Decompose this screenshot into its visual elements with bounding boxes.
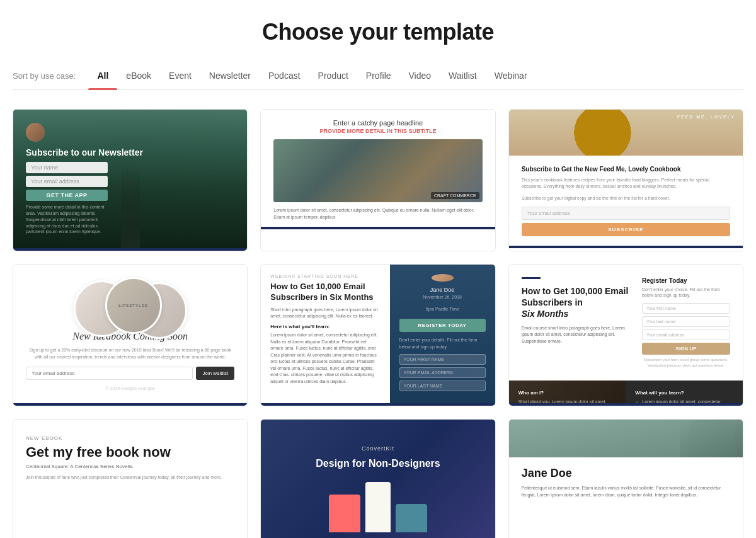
card-1-form: Your name Your email address GET THE APP xyxy=(26,162,234,201)
card-6-body: Email course short intro paragraph goes … xyxy=(522,325,629,345)
card-7-body: Join thousands of fans who just complete… xyxy=(26,474,234,481)
card-6-right-form: Register Today Don't enter your choice. … xyxy=(642,277,730,368)
template-preview-6: How to Get 100,000 Email Subscribers in … xyxy=(509,265,743,403)
filter-bar: Sort by use case: All eBook Event Newsle… xyxy=(13,71,743,90)
card-2-headline: Enter a catchy page headline xyxy=(273,119,482,127)
card-5-section: Here is what you'll learn: xyxy=(270,324,380,329)
card-4-border xyxy=(13,403,247,406)
card-6-bottom: Who am I? Short about you, Lorem ipsum d… xyxy=(509,381,743,403)
template-preview-9: Jane Doe Pellentesque ut euismod sem. Et… xyxy=(509,420,743,538)
card-1-cta-btn: GET THE APP xyxy=(26,190,108,201)
card-6-title-italic: Six Months xyxy=(522,308,629,319)
card-4-waitlist-btn[interactable]: Join waitlist xyxy=(196,367,234,380)
card-3-logo: FEED ME, LOVELY xyxy=(677,115,735,119)
card-9-bg: Jane Doe Pellentesque ut euismod sem. Et… xyxy=(509,420,743,538)
card-4-form: Join waitlist xyxy=(26,367,234,380)
card-4-logo: LIFESTYLED xyxy=(118,304,148,307)
card-4-body: Sign up to get a 20% early-bird discount… xyxy=(26,347,234,360)
card-7-subtitle: Centennial Square: A Centennial Series N… xyxy=(26,464,234,469)
card-1-email-input: Your email address xyxy=(26,176,108,187)
card-6-bottom-left: Who am I? Short about you, Lorem ipsum d… xyxy=(509,381,626,403)
card-1-name-input: Your name xyxy=(26,162,108,173)
template-preview-3: FEED ME, LOVELY Subscribe to Get the New… xyxy=(509,110,743,248)
card-3-email-input: Your email address xyxy=(522,207,730,220)
filter-podcast[interactable]: Podcast xyxy=(260,71,309,89)
template-preview-7: NEW EBOOK Get my free book now Centennia… xyxy=(13,420,247,538)
avatar xyxy=(26,123,45,142)
avatar-img xyxy=(26,123,45,142)
card-5-time: 5pm Pacific Time xyxy=(399,307,486,311)
card-2-body: Lorem ipsum dolor sit amet, consectetur … xyxy=(261,207,495,220)
card-5-badge: WEBINAR STARTING SOON HERE xyxy=(270,274,380,278)
card-6-disclaimer: Document your form could group some ques… xyxy=(642,357,730,368)
template-preview-2: Enter a catchy page headline PROVIDE MOR… xyxy=(261,110,495,248)
card-9-top-img xyxy=(509,420,743,457)
card-2-bg: Enter a catchy page headline PROVIDE MOR… xyxy=(261,110,495,248)
card-6-bottom-right: What will you learn? ✓ Lorem ipsum dolor… xyxy=(626,381,743,403)
template-preview-4: LIFESTYLED New Ideabook Coming Soon Sign… xyxy=(13,265,247,403)
card-9-body: Pellentesque ut euismod sem. Etiam iacul… xyxy=(522,485,730,498)
card-6-border xyxy=(509,403,743,406)
template-card-webinar[interactable]: WEBINAR STARTING SOON HERE How to Get 10… xyxy=(260,264,495,406)
template-card-event[interactable]: Enter a catchy page headline PROVIDE MOR… xyxy=(260,109,495,251)
card-5-presenter: Jane Doe xyxy=(399,287,486,293)
card-6-signup-btn: SIGN UP xyxy=(642,343,730,355)
card-1-bg: Subscribe to our Newsletter Your name Yo… xyxy=(13,110,247,248)
card-4-circles: LIFESTYLED xyxy=(74,277,187,321)
filter-ebook[interactable]: eBook xyxy=(117,71,160,89)
card-6-field-1: Your first name xyxy=(642,303,730,314)
card-6-accent xyxy=(522,277,541,279)
card-5-date: November 26, 2018 xyxy=(399,295,486,299)
filter-waitlist[interactable]: Waitlist xyxy=(440,71,486,89)
card-8-graphics xyxy=(329,482,427,532)
filter-event[interactable]: Event xyxy=(160,71,200,89)
card-3-subscribe-text: Subscribe to get your digital copy and b… xyxy=(522,195,730,202)
template-preview-5: WEBINAR STARTING SOON HERE How to Get 10… xyxy=(261,265,495,403)
template-card-design[interactable]: ConvertKit Design for Non-Designers xyxy=(260,419,495,538)
page-title: Choose your template xyxy=(13,19,743,45)
template-card-profile[interactable]: Jane Doe Pellentesque ut euismod sem. Et… xyxy=(508,419,743,538)
card-5-bg: WEBINAR STARTING SOON HERE How to Get 10… xyxy=(261,265,495,403)
card-3-content: Subscribe to Get the New Feed Me, Lovely… xyxy=(509,156,743,246)
template-card-course[interactable]: How to Get 100,000 Email Subscribers in … xyxy=(508,264,743,406)
card-5-avatar xyxy=(432,274,454,282)
card-4-bg: LIFESTYLED New Ideabook Coming Soon Sign… xyxy=(13,265,247,403)
card-6-check-text-1: Lorem ipsum dolor sit amet, consectetur … xyxy=(642,399,733,403)
template-card-waitlist[interactable]: LIFESTYLED New Ideabook Coming Soon Sign… xyxy=(13,264,248,406)
card-6-field-3: Your email address xyxy=(642,329,730,340)
card-2-header: Enter a catchy page headline PROVIDE MOR… xyxy=(261,110,495,139)
card-6-learn-title: What will you learn? xyxy=(635,390,733,396)
card-4-copyright: © 2019 Designs example xyxy=(106,386,155,391)
filter-webinar[interactable]: Webinar xyxy=(486,71,536,89)
template-card-newsletter[interactable]: Subscribe to our Newsletter Your name Yo… xyxy=(13,109,248,251)
filter-all[interactable]: All xyxy=(88,71,117,89)
card-6-title-text: How to Get 100,000 Email Subscribers in xyxy=(522,286,629,307)
filter-profile[interactable]: Profile xyxy=(357,71,400,89)
card-8-shape-1 xyxy=(329,495,360,532)
card-7-title: Get my free book now xyxy=(26,444,234,461)
template-card-ebook[interactable]: NEW EBOOK Get my free book now Centennia… xyxy=(13,419,248,538)
card-5-right: Jane Doe November 26, 2018 5pm Pacific T… xyxy=(390,265,495,403)
card-3-image: FEED ME, LOVELY xyxy=(509,110,743,156)
card-5-border xyxy=(261,403,495,406)
card-8-shape-2 xyxy=(365,482,391,532)
card-7-bg: NEW EBOOK Get my free book now Centennia… xyxy=(13,420,247,538)
card-3-bg: FEED ME, LOVELY Subscribe to Get the New… xyxy=(509,110,743,248)
card-3-subscribe-btn: SUBSCRIBE xyxy=(522,223,730,236)
filter-video[interactable]: Video xyxy=(400,71,440,89)
card-4-email-input[interactable] xyxy=(26,367,193,380)
filter-label: Sort by use case: xyxy=(13,71,76,89)
filter-product[interactable]: Product xyxy=(309,71,357,89)
card-2-image-label: CRAFT COMMERCE xyxy=(431,192,479,199)
card-2-subtitle: PROVIDE MORE DETAIL IN THIS SUBTITLE xyxy=(273,128,482,134)
card-5-subtitle: Short intro paragraph goes here, Lorem i… xyxy=(270,307,380,319)
card-4-circle-2: LIFESTYLED xyxy=(105,277,162,334)
filter-newsletter[interactable]: Newsletter xyxy=(200,71,260,89)
card-5-register-btn: REGISTER TODAY xyxy=(399,319,486,332)
templates-grid: Subscribe to our Newsletter Your name Yo… xyxy=(13,109,743,538)
card-9-name: Jane Doe xyxy=(522,467,730,480)
card-1-border xyxy=(13,248,247,251)
page-container: Choose your template Sort by use case: A… xyxy=(0,0,756,538)
card-6-who-body: Short about you, Lorem ipsum dolor sit a… xyxy=(518,399,617,403)
template-card-cookbook[interactable]: FEED ME, LOVELY Subscribe to Get the New… xyxy=(508,109,743,251)
